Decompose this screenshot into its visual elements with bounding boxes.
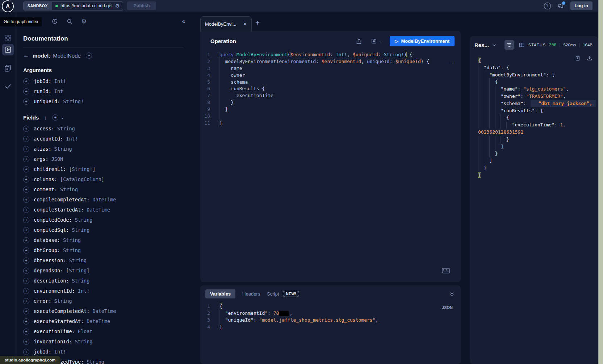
field-row[interactable]: + executeStartedAt: DateTime: [23, 316, 183, 326]
download-response-icon[interactable]: [587, 55, 592, 61]
field-row[interactable]: + database: String: [23, 235, 183, 245]
divider: [23, 47, 183, 47]
keyboard-shortcuts-icon[interactable]: [442, 268, 450, 273]
add-field-icon[interactable]: +: [86, 53, 92, 59]
publish-button[interactable]: Publish: [127, 1, 156, 10]
add-field-icon[interactable]: +: [23, 136, 29, 142]
argument-row[interactable]: + jobId: Int!: [23, 76, 183, 86]
sort-fields-icon[interactable]: ↓: [44, 115, 47, 121]
collections-nav-icon[interactable]: [4, 64, 12, 72]
help-icon[interactable]: ?: [544, 3, 551, 9]
endpoint-settings-gear-icon[interactable]: ⚙: [115, 3, 120, 8]
explorer-nav-icon[interactable]: [2, 44, 14, 55]
response-dropdown-chevron-icon[interactable]: [492, 43, 497, 47]
back-arrow-icon[interactable]: ←: [23, 52, 33, 59]
operation-overflow-menu-icon[interactable]: ⋯: [449, 60, 455, 66]
field-row[interactable]: + accountId: Int!: [23, 134, 183, 144]
field-row[interactable]: + executeCompletedAt: DateTime: [23, 306, 183, 316]
field-name: access:: [34, 126, 54, 131]
field-row[interactable]: + alias: String: [23, 144, 183, 154]
add-all-fields-icon[interactable]: +: [52, 114, 58, 121]
add-field-icon[interactable]: +: [23, 126, 29, 132]
tab-script[interactable]: Script: [267, 291, 279, 297]
field-row[interactable]: + access: String: [23, 124, 183, 134]
add-field-icon[interactable]: +: [23, 146, 29, 152]
add-field-icon[interactable]: +: [23, 197, 29, 203]
variables-code[interactable]: 1{2 "environmentId": 78,3 "uniqueId": "m…: [200, 303, 461, 331]
add-field-icon[interactable]: +: [23, 308, 29, 314]
add-field-icon[interactable]: +: [23, 187, 29, 193]
login-button[interactable]: Log in: [570, 1, 593, 10]
save-options-chevron-icon[interactable]: ⌄: [379, 39, 382, 43]
field-row[interactable]: + args: JSON: [23, 154, 183, 164]
add-field-icon[interactable]: +: [23, 288, 29, 294]
field-row[interactable]: + compiledCode: String: [23, 215, 183, 225]
add-argument-icon[interactable]: +: [23, 99, 29, 105]
collapse-panel-icon[interactable]: «: [182, 18, 185, 25]
search-icon[interactable]: [66, 18, 73, 25]
run-operation-button[interactable]: ▷ ModelByEnvironment: [390, 36, 455, 46]
collapse-variables-icon[interactable]: [449, 291, 455, 297]
tree-view-toggle-icon[interactable]: [504, 40, 514, 50]
add-field-icon[interactable]: +: [23, 237, 29, 243]
field-row[interactable]: + description: String: [23, 276, 183, 286]
close-tab-icon[interactable]: ✕: [243, 21, 247, 27]
field-row[interactable]: + dbtVersion: String: [23, 255, 183, 265]
field-row[interactable]: + environmentId: Int!: [23, 286, 183, 296]
field-row[interactable]: + error: String: [23, 296, 183, 306]
add-field-icon[interactable]: +: [23, 298, 29, 304]
add-field-icon[interactable]: +: [23, 247, 29, 254]
announcements-megaphone-icon[interactable]: [557, 3, 564, 9]
add-field-icon[interactable]: +: [23, 258, 29, 264]
add-field-icon[interactable]: +: [23, 217, 29, 223]
history-icon[interactable]: [51, 18, 58, 25]
field-row[interactable]: + compileStartedAt: DateTime: [23, 205, 183, 215]
field-row[interactable]: + executionTime: Float: [23, 326, 183, 336]
add-field-icon[interactable]: +: [23, 349, 29, 355]
field-row[interactable]: + dbtGroup: String: [23, 245, 183, 255]
add-field-icon[interactable]: +: [23, 318, 29, 325]
field-row[interactable]: + jobId: Int!: [23, 347, 183, 357]
argument-row[interactable]: + runId: Int: [23, 86, 183, 96]
add-field-icon[interactable]: +: [23, 268, 29, 274]
tab-headers[interactable]: Headers: [242, 291, 260, 297]
field-row[interactable]: + compiledSql: String: [23, 225, 183, 235]
tab-variables[interactable]: Variables: [205, 289, 235, 298]
operation-code[interactable]: 1query ModelByEnvironment($environmentId…: [200, 51, 461, 127]
response-viewer[interactable]: {"data": {"modelByEnvironment": [{"name"…: [470, 53, 598, 179]
add-field-icon[interactable]: +: [23, 329, 29, 335]
field-row[interactable]: + invocationId: String: [23, 336, 183, 347]
field-row[interactable]: + comment: String: [23, 184, 183, 194]
table-view-toggle-icon[interactable]: [519, 42, 525, 48]
field-row[interactable]: + compileCompletedAt: DateTime: [23, 194, 183, 205]
add-field-icon[interactable]: +: [23, 227, 29, 233]
save-operation-icon[interactable]: [371, 38, 377, 44]
argument-row[interactable]: + uniqueId: String!: [23, 96, 183, 106]
add-fields-chevron-icon[interactable]: ⌄: [61, 115, 64, 120]
apollo-logo[interactable]: A: [2, 0, 14, 12]
add-argument-icon[interactable]: +: [23, 88, 29, 95]
graph-index-icon[interactable]: [4, 34, 12, 42]
checks-nav-icon[interactable]: [4, 82, 12, 90]
sandbox-url-control[interactable]: SANDBOX https://metadata.cloud.get ⚙: [23, 1, 123, 11]
explorer-settings-gear-icon[interactable]: ⚙: [81, 18, 87, 25]
field-row[interactable]: + dependsOn: [String]: [23, 265, 183, 276]
endpoint-url-input[interactable]: https://metadata.cloud.get: [60, 3, 113, 8]
add-field-icon[interactable]: +: [23, 166, 29, 172]
operation-tab[interactable]: ModelByEnvi... ✕: [200, 16, 252, 31]
breadcrumb-type-link[interactable]: ModelNode: [53, 53, 81, 59]
add-field-icon[interactable]: +: [23, 176, 29, 183]
operation-editor[interactable]: 1query ModelByEnvironment($environmentId…: [200, 51, 461, 127]
share-operation-icon[interactable]: [356, 38, 362, 45]
add-field-icon[interactable]: +: [23, 278, 29, 284]
add-field-icon[interactable]: +: [23, 207, 29, 213]
field-row[interactable]: + childrenL1: [String!]: [23, 164, 183, 174]
field-type: DateTime: [87, 207, 110, 213]
add-field-icon[interactable]: +: [23, 339, 29, 345]
variables-editor[interactable]: 1{2 "environmentId": 78,3 "uniqueId": "m…: [200, 303, 461, 331]
add-field-icon[interactable]: +: [23, 156, 29, 162]
copy-response-icon[interactable]: [575, 55, 581, 61]
add-argument-icon[interactable]: +: [23, 78, 29, 84]
new-tab-icon[interactable]: +: [255, 19, 260, 27]
field-row[interactable]: + columns: [CatalogColumn]: [23, 174, 183, 184]
